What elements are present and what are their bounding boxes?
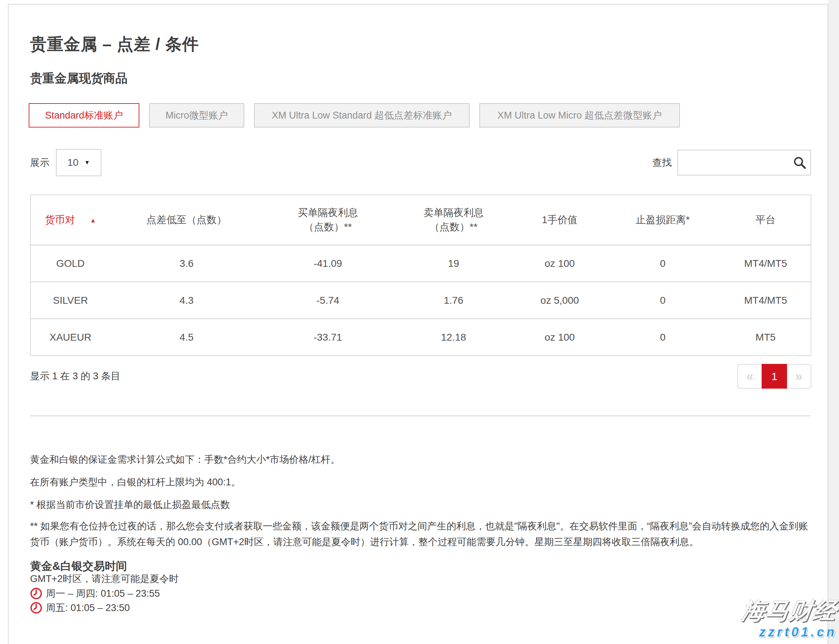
column-header-stop-level[interactable]: 止盈损距离* (605, 195, 721, 245)
column-header-symbol-label: 货币对 (45, 214, 75, 225)
trading-hours-title: 黄金&白银交易时间 (30, 559, 127, 574)
trading-hours-mon-thu: 周一 – 周四: 01:05 – 23:55 (30, 587, 160, 600)
table-entries-info: 显示 1 在 3 的 3 条目 (30, 364, 120, 389)
show-label: 展示 (30, 156, 49, 169)
trading-hours-fri: 周五: 01:05 – 23:50 (30, 601, 130, 614)
cell-symbol: GOLD (30, 245, 110, 282)
section-divider (30, 416, 810, 416)
cell-lot-value: oz 5,000 (515, 282, 605, 319)
trading-hours-mon-thu-label: 周一 – 周四: 01:05 – 23:55 (46, 587, 160, 600)
column-header-spread[interactable]: 点差低至（点数） (110, 195, 263, 245)
table-row: GOLD 3.6 -41.09 19 oz 100 0 MT4/MT5 (30, 245, 811, 282)
search-box (678, 150, 811, 176)
cell-stop-level: 0 (605, 319, 721, 356)
clock-icon (30, 587, 42, 600)
cell-symbol: XAUEUR (30, 319, 110, 356)
page-title: 贵重金属 – 点差 / 条件 (30, 34, 199, 54)
table-row: XAUEUR 4.5 -33.71 12.18 oz 100 0 MT5 (30, 319, 811, 356)
cell-short-swap: 12.18 (393, 319, 515, 356)
table-header-row: 货币对▲ 点差低至（点数） 买单隔夜利息 （点数）** 卖单隔夜利息 （点数）*… (30, 195, 811, 245)
cell-symbol: SILVER (30, 282, 110, 319)
watermark-site-name: 海马财经 (740, 595, 839, 626)
cell-spread: 4.3 (110, 282, 263, 319)
watermark-site-url: zzrt01.cn (759, 625, 837, 640)
margin-formula-note: 黄金和白银的保证金需求计算公式如下：手数*合约大小*市场价格/杠杆。 (30, 453, 811, 466)
cell-stop-level: 0 (605, 245, 721, 282)
search-icon[interactable] (793, 156, 807, 170)
cell-spread: 4.5 (110, 319, 263, 356)
column-header-short-swap[interactable]: 卖单隔夜利息 （点数）** (393, 195, 515, 245)
search-control: 查找 (652, 149, 811, 176)
spreads-table: 货币对▲ 点差低至（点数） 买单隔夜利息 （点数）** 卖单隔夜利息 （点数）*… (30, 194, 811, 356)
pagination-next-button[interactable]: » (787, 364, 811, 389)
table-row: SILVER 4.3 -5.74 1.76 oz 5,000 0 MT4/MT5 (30, 282, 811, 319)
tab-micro-account[interactable]: Micro微型账户 (149, 103, 244, 128)
cell-platform: MT4/MT5 (721, 282, 811, 319)
cell-platform: MT5 (721, 319, 811, 356)
cell-lot-value: oz 100 (515, 245, 605, 282)
cell-long-swap: -41.09 (263, 245, 393, 282)
clock-icon (30, 602, 42, 614)
cell-long-swap: -33.71 (263, 319, 393, 356)
cell-short-swap: 19 (393, 245, 515, 282)
page-size-control: 展示 10 ▼ (30, 149, 101, 176)
chevron-down-icon: ▼ (84, 159, 90, 166)
tab-ultra-low-micro-account[interactable]: XM Ultra Low Micro 超低点差微型账户 (479, 103, 680, 128)
sort-ascending-icon: ▲ (90, 217, 96, 224)
cell-platform: MT4/MT5 (721, 245, 811, 282)
search-input[interactable] (678, 150, 811, 176)
cell-lot-value: oz 100 (515, 319, 605, 356)
timezone-note: GMT+2时区，请注意可能是夏令时 (30, 572, 179, 585)
page-subtitle: 贵重金属现货商品 (30, 70, 128, 86)
page-right-gutter (828, 0, 839, 644)
account-type-tabs: Standard标准账户 Micro微型账户 XM Ultra Low Stan… (29, 103, 680, 128)
pagination-prev-button[interactable]: « (737, 364, 762, 389)
column-header-lot-value[interactable]: 1手价值 (515, 195, 605, 245)
silver-leverage-note: 在所有账户类型中，白银的杠杆上限均为 400:1。 (30, 476, 811, 488)
column-header-symbol[interactable]: 货币对▲ (30, 195, 110, 245)
tab-ultra-low-standard-account[interactable]: XM Ultra Low Standard 超低点差标准账户 (254, 103, 470, 128)
trading-hours-fri-label: 周五: 01:05 – 23:50 (46, 601, 130, 614)
pagination-page-1-button[interactable]: 1 (762, 364, 787, 389)
stop-level-footnote: * 根据当前市价设置挂单的最低止损盈最低点数 (30, 498, 811, 511)
tab-standard-account[interactable]: Standard标准账户 (29, 103, 139, 128)
page-size-select[interactable]: 10 ▼ (56, 149, 101, 176)
column-header-long-swap[interactable]: 买单隔夜利息 （点数）** (263, 195, 393, 245)
pagination: « 1 » (737, 364, 811, 389)
column-header-platform[interactable]: 平台 (721, 195, 811, 245)
cell-long-swap: -5.74 (263, 282, 393, 319)
page-size-value: 10 (67, 157, 79, 168)
cell-spread: 3.6 (110, 245, 263, 282)
swap-footnote: ** 如果您有仓位持仓过夜的话，那么您会支付或者获取一些金额，该金额便是两个货币… (30, 518, 811, 550)
search-label: 查找 (652, 156, 672, 169)
cell-short-swap: 1.76 (393, 282, 515, 319)
cell-stop-level: 0 (605, 282, 721, 319)
